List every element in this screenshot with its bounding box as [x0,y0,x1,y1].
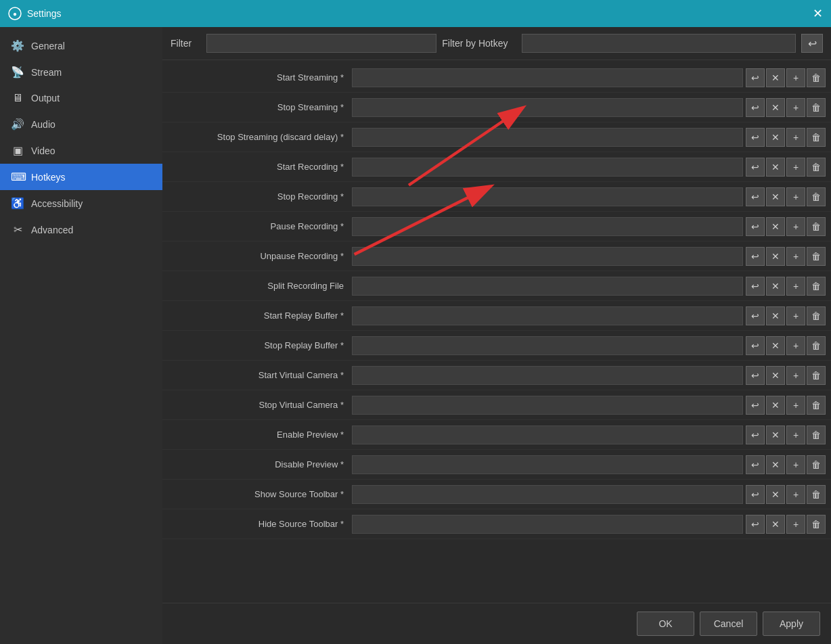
hotkey-input-stop-replay-buffer[interactable] [352,336,743,355]
hotkey-reset-button-pause-recording[interactable]: ↩ [746,217,765,236]
hotkey-add-button-hide-source-toolbar[interactable]: + [786,515,805,534]
hotkey-clear-button-stop-replay-buffer[interactable]: ✕ [766,336,785,355]
hotkey-input-show-source-toolbar[interactable] [352,485,743,504]
sidebar-item-stream[interactable]: 📡Stream [0,59,162,85]
hotkey-reset-button-stop-replay-buffer[interactable]: ↩ [746,336,765,355]
hotkey-delete-button-start-recording[interactable]: 🗑 [807,158,826,177]
hotkey-input-disable-preview[interactable] [352,455,743,474]
sidebar-item-general[interactable]: ⚙️General [0,32,162,59]
hotkey-add-button-start-streaming[interactable]: + [786,68,805,87]
hotkey-delete-button-unpause-recording[interactable]: 🗑 [807,247,826,266]
hotkey-delete-button-split-recording[interactable]: 🗑 [807,277,826,296]
hotkey-delete-button-start-replay-buffer[interactable]: 🗑 [807,306,826,325]
hotkey-reset-button-enable-preview[interactable]: ↩ [746,426,765,444]
hotkey-reset-button-start-recording[interactable]: ↩ [746,158,765,177]
hotkey-add-button-stop-streaming[interactable]: + [786,98,805,117]
hotkey-clear-button-show-source-toolbar[interactable]: ✕ [766,485,785,504]
hotkey-input-start-streaming[interactable] [352,68,743,87]
hotkey-input-start-virtual-camera[interactable] [352,366,743,385]
hotkey-input-split-recording[interactable] [352,277,743,296]
hotkey-reset-button-disable-preview[interactable]: ↩ [746,455,765,474]
hotkey-clear-button-enable-preview[interactable]: ✕ [766,426,785,444]
filter-input[interactable] [206,34,436,53]
hotkey-reset-button-stop-streaming-discard[interactable]: ↩ [746,128,765,147]
hotkey-clear-button-disable-preview[interactable]: ✕ [766,455,785,474]
hotkey-add-button-stop-virtual-camera[interactable]: + [786,396,805,415]
hotkey-input-start-recording[interactable] [352,158,743,177]
filter-hotkey-input[interactable] [522,34,796,53]
hotkey-input-pause-recording[interactable] [352,217,743,236]
ok-button[interactable]: OK [637,612,694,636]
hotkey-add-button-split-recording[interactable]: + [786,277,805,296]
hotkey-reset-button-stop-recording[interactable]: ↩ [746,187,765,206]
hotkey-row-start-virtual-camera: Start Virtual Camera *↩✕+🗑 [162,361,831,390]
hotkey-input-stop-virtual-camera[interactable] [352,396,743,415]
hotkey-input-hide-source-toolbar[interactable] [352,515,743,534]
filter-back-button[interactable]: ↩ [801,34,823,53]
hotkey-input-stop-streaming-discard[interactable] [352,128,743,147]
sidebar-item-hotkeys[interactable]: ⌨Hotkeys [0,164,162,190]
hotkey-delete-button-enable-preview[interactable]: 🗑 [807,426,826,444]
hotkey-delete-button-disable-preview[interactable]: 🗑 [807,455,826,474]
hotkey-reset-button-unpause-recording[interactable]: ↩ [746,247,765,266]
hotkey-clear-button-stop-streaming[interactable]: ✕ [766,98,785,117]
hotkey-actions-stop-replay-buffer: ↩✕+🗑 [746,336,826,355]
hotkey-delete-button-pause-recording[interactable]: 🗑 [807,217,826,236]
hotkey-clear-button-split-recording[interactable]: ✕ [766,277,785,296]
hotkey-input-unpause-recording[interactable] [352,247,743,266]
sidebar-item-output[interactable]: 🖥Output [0,85,162,111]
hotkey-reset-button-stop-streaming[interactable]: ↩ [746,98,765,117]
apply-button[interactable]: Apply [763,612,820,636]
hotkey-delete-button-stop-virtual-camera[interactable]: 🗑 [807,396,826,415]
hotkey-clear-button-stop-recording[interactable]: ✕ [766,187,785,206]
hotkey-delete-button-hide-source-toolbar[interactable]: 🗑 [807,515,826,534]
hotkey-clear-button-pause-recording[interactable]: ✕ [766,217,785,236]
hotkey-reset-button-hide-source-toolbar[interactable]: ↩ [746,515,765,534]
sidebar-item-advanced[interactable]: ✂Advanced [0,216,162,243]
sidebar-item-accessibility[interactable]: ♿Accessibility [0,190,162,216]
hotkey-delete-button-stop-streaming-discard[interactable]: 🗑 [807,128,826,147]
hotkey-add-button-start-virtual-camera[interactable]: + [786,366,805,385]
hotkey-reset-button-split-recording[interactable]: ↩ [746,277,765,296]
hotkey-reset-button-start-streaming[interactable]: ↩ [746,68,765,87]
hotkey-delete-button-stop-recording[interactable]: 🗑 [807,187,826,206]
hotkey-add-button-start-replay-buffer[interactable]: + [786,306,805,325]
accessibility-icon: ♿ [11,197,24,210]
hotkey-add-button-pause-recording[interactable]: + [786,217,805,236]
hotkey-add-button-disable-preview[interactable]: + [786,455,805,474]
hotkey-clear-button-start-replay-buffer[interactable]: ✕ [766,306,785,325]
hotkey-reset-button-show-source-toolbar[interactable]: ↩ [746,485,765,504]
hotkey-add-button-show-source-toolbar[interactable]: + [786,485,805,504]
hotkey-clear-button-hide-source-toolbar[interactable]: ✕ [766,515,785,534]
hotkey-input-enable-preview[interactable] [352,426,743,444]
hotkey-input-stop-streaming[interactable] [352,98,743,117]
sidebar-label-video: Video [31,145,55,156]
hotkey-delete-button-start-streaming[interactable]: 🗑 [807,68,826,87]
hotkey-add-button-stop-streaming-discard[interactable]: + [786,128,805,147]
hotkey-delete-button-show-source-toolbar[interactable]: 🗑 [807,485,826,504]
hotkey-delete-button-stop-replay-buffer[interactable]: 🗑 [807,336,826,355]
hotkey-input-start-replay-buffer[interactable] [352,306,743,325]
stream-icon: 📡 [11,66,24,78]
hotkey-clear-button-stop-virtual-camera[interactable]: ✕ [766,396,785,415]
hotkey-clear-button-start-streaming[interactable]: ✕ [766,68,785,87]
hotkey-add-button-stop-recording[interactable]: + [786,187,805,206]
close-button[interactable]: ✕ [813,7,823,20]
cancel-button[interactable]: Cancel [700,612,757,636]
hotkey-add-button-start-recording[interactable]: + [786,158,805,177]
hotkey-reset-button-stop-virtual-camera[interactable]: ↩ [746,396,765,415]
hotkey-clear-button-stop-streaming-discard[interactable]: ✕ [766,128,785,147]
sidebar-item-video[interactable]: ▣Video [0,137,162,164]
hotkey-reset-button-start-virtual-camera[interactable]: ↩ [746,366,765,385]
hotkey-delete-button-stop-streaming[interactable]: 🗑 [807,98,826,117]
hotkey-input-stop-recording[interactable] [352,187,743,206]
hotkey-add-button-unpause-recording[interactable]: + [786,247,805,266]
hotkey-clear-button-unpause-recording[interactable]: ✕ [766,247,785,266]
sidebar-item-audio[interactable]: 🔊Audio [0,111,162,137]
hotkey-clear-button-start-virtual-camera[interactable]: ✕ [766,366,785,385]
hotkey-add-button-enable-preview[interactable]: + [786,426,805,444]
hotkey-clear-button-start-recording[interactable]: ✕ [766,158,785,177]
hotkey-reset-button-start-replay-buffer[interactable]: ↩ [746,306,765,325]
hotkey-delete-button-start-virtual-camera[interactable]: 🗑 [807,366,826,385]
hotkey-add-button-stop-replay-buffer[interactable]: + [786,336,805,355]
